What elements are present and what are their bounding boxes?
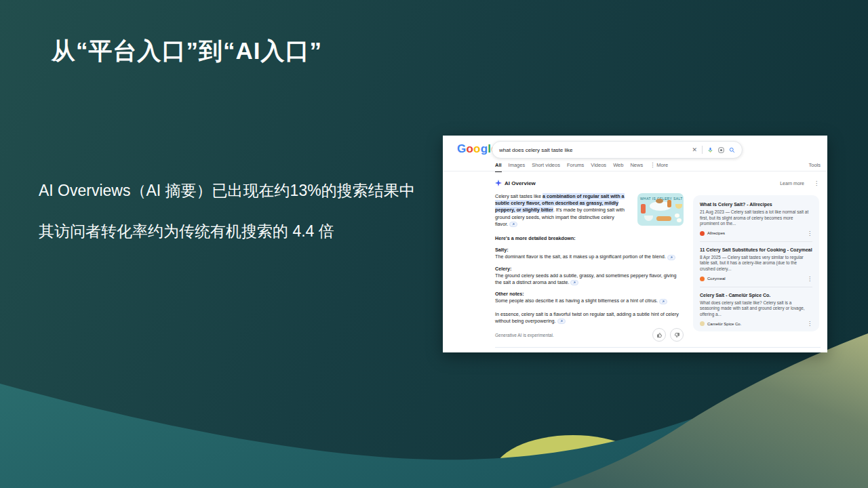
source-card-snippet: 21 Aug 2023 — Celery salt tastes a lot l… [700, 209, 812, 227]
card-overflow-menu-icon[interactable]: ⋮ [807, 276, 812, 282]
search-bar-divider [702, 146, 703, 154]
ai-overview-footer: Generative AI is experimental. [495, 328, 684, 342]
section-text-other-notes: Some people also describe it as having a… [495, 298, 684, 304]
citation-chip-icon[interactable] [557, 319, 566, 324]
camelur-favicon [700, 321, 705, 326]
citation-chip-icon[interactable] [659, 299, 667, 304]
search-icon[interactable] [729, 147, 735, 153]
google-lens-icon[interactable] [718, 147, 724, 153]
slide-title: 从“平台入口”到“AI入口” [52, 35, 322, 67]
thumbs-up-button[interactable] [652, 328, 666, 342]
breakdown-heading: Here's a more detailed breakdown: [495, 235, 684, 242]
source-card-source: Allrecipes [707, 231, 804, 235]
citation-chip-icon[interactable] [570, 280, 578, 285]
section-text-celery: The ground celery seeds add a subtle, gr… [495, 272, 684, 286]
ai-conclusion: In essence, celery salt is a flavorful t… [495, 311, 679, 325]
result-filter-tabs: All Images Short videos Forums Videos We… [495, 162, 821, 171]
slide-body-line-2: 其访问者转化率约为传统有机搜索的 4.4 倍 [39, 221, 415, 242]
ai-sparkle-icon [495, 180, 502, 186]
tools-button[interactable]: Tools [808, 162, 821, 171]
microphone-icon[interactable] [707, 147, 713, 153]
tab-short-videos[interactable]: Short videos [532, 162, 560, 171]
ai-overview-thumbnail[interactable]: WHAT IS CELERY SALT [637, 193, 684, 226]
allrecipes-favicon [700, 231, 705, 236]
source-card-title[interactable]: Celery Salt - Camelür Spice Co. [700, 292, 812, 298]
thumbs-up-icon [656, 332, 663, 338]
source-card-title[interactable]: 11 Celery Salt Substitutes for Cooking -… [700, 247, 812, 253]
card-divider [700, 287, 812, 287]
slide-body-line-1: AI Overviews（AI 摘要）已出现在约13%的搜索结果中 [39, 180, 415, 201]
google-logo-letter: o [473, 142, 481, 155]
card-overflow-menu-icon[interactable]: ⋮ [807, 321, 812, 327]
google-serp-screenshot: Google what does celery salt taste like … [443, 136, 827, 352]
section-label-celery: Celery: [495, 266, 684, 272]
source-card-snippet: What does celery salt taste like? Celery… [700, 300, 812, 318]
tab-images[interactable]: Images [509, 162, 526, 171]
thumbnail-shaker-shape [667, 200, 671, 207]
source-card[interactable]: What Is Celery Salt? - Allrecipes 21 Aug… [700, 201, 812, 237]
ai-overview-source-cards: What Is Celery Salt? - Allrecipes 21 Aug… [693, 195, 819, 331]
tabs-divider [443, 171, 827, 171]
google-logo-letter: o [466, 142, 473, 155]
thumbs-down-button[interactable] [670, 328, 684, 342]
generative-ai-disclaimer: Generative AI is experimental. [495, 333, 554, 338]
source-card-snippet: 8 Apr 2025 — Celery salt tastes very sim… [700, 255, 812, 272]
card-divider [700, 241, 812, 242]
intro-prefix: Celery salt tastes like [495, 193, 542, 199]
overflow-menu-icon[interactable]: ⋮ [814, 180, 819, 186]
tab-forums[interactable]: Forums [567, 162, 584, 171]
source-card[interactable]: Celery Salt - Camelür Spice Co. What doe… [700, 292, 812, 327]
thumbnail-bowl-shape [644, 216, 653, 221]
section-label-salty: Salty: [495, 247, 684, 253]
thumbnail-bowl2-shape [675, 204, 682, 209]
content-bottom-divider [495, 347, 821, 348]
tab-news[interactable]: News [630, 162, 643, 171]
thumbnail-drink-shape [641, 204, 646, 214]
cozymeal-favicon [700, 277, 705, 281]
card-overflow-menu-icon[interactable]: ⋮ [807, 230, 812, 237]
google-logo-letter: G [457, 142, 466, 155]
tab-more[interactable]: ⋮ More [650, 162, 668, 171]
citation-chip-icon[interactable] [509, 222, 517, 227]
section-text-salty: The dominant flavor is the salt, as it m… [495, 253, 684, 260]
ai-overview-header: AI Overview Learn more ⋮ [495, 180, 819, 186]
more-dots-icon: ⋮ [650, 162, 655, 168]
source-card-source: Cozymeal [707, 277, 804, 281]
thumbnail-hotdog-shape [656, 216, 671, 221]
thumbnail-spice-shape [656, 199, 663, 203]
section-label-other-notes: Other notes: [495, 291, 684, 298]
thumbnail-egg-shape [675, 214, 679, 218]
clear-search-icon[interactable]: ✕ [692, 147, 697, 153]
ai-overview-content: Celery salt tastes like a combination of… [495, 193, 684, 325]
source-card[interactable]: 11 Celery Salt Substitutes for Cooking -… [700, 247, 812, 282]
source-card-title[interactable]: What Is Celery Salt? - Allrecipes [700, 201, 812, 207]
google-logo-letter: g [481, 142, 488, 155]
search-input[interactable]: what does celery salt taste like ✕ [492, 141, 743, 159]
source-card-source: Camelür Spice Co. [707, 322, 804, 326]
learn-more-link[interactable]: Learn more [780, 181, 804, 186]
citation-chip-icon[interactable] [667, 255, 675, 260]
slide-body: AI Overviews（AI 摘要）已出现在约13%的搜索结果中 其访问者转化… [39, 180, 415, 262]
search-query-text[interactable]: what does celery salt taste like [499, 147, 688, 153]
tab-web[interactable]: Web [613, 162, 623, 171]
tab-videos[interactable]: Videos [591, 162, 606, 171]
thumbs-down-icon [674, 332, 680, 338]
ai-intro-paragraph: Celery salt tastes like a combination of… [495, 193, 628, 228]
ai-overview-label: AI Overview [505, 180, 536, 186]
thumbnail-egg2-shape [677, 218, 682, 222]
